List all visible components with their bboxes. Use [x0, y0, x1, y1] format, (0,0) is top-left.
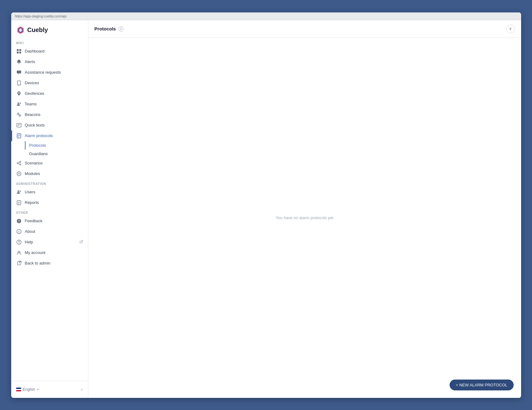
svg-rect-3 — [17, 49, 19, 51]
sidebar-item-modules[interactable]: Modules — [11, 168, 88, 179]
sidebar-item-alerts-label: Alerts — [25, 59, 35, 64]
svg-point-21 — [20, 164, 21, 165]
svg-point-9 — [17, 102, 19, 104]
sidebar-item-beacons-label: Beacons — [25, 112, 41, 117]
chat-icon — [16, 70, 22, 75]
new-alarm-protocol-button[interactable]: + NEW ALARM PROTOCOL — [450, 380, 514, 390]
header-left: Protocols ℹ — [95, 26, 123, 31]
device-icon — [16, 80, 22, 86]
info-icon[interactable]: ℹ — [118, 26, 123, 31]
sidebar-item-users[interactable]: Users — [11, 187, 88, 197]
content-body: You have no alarm protocols yet + NEW AL… — [88, 38, 521, 398]
sidebar-item-dashboard[interactable]: Dashboard — [11, 46, 88, 57]
svg-rect-5 — [17, 52, 19, 53]
sidebar-item-quick-texts[interactable]: Quick texts — [11, 120, 88, 131]
svg-point-8 — [19, 84, 19, 85]
sidebar-item-teams-label: Teams — [25, 102, 37, 106]
sub-nav-protocols-label: Protocols — [29, 143, 46, 148]
flag-icon — [16, 388, 21, 391]
external-link-icon — [79, 240, 83, 244]
back-icon — [16, 260, 22, 266]
language-left: English ▾ — [16, 387, 39, 392]
sidebar: Cuebly WIKI Dashboard — [11, 20, 88, 398]
scenario-icon — [16, 160, 22, 166]
about-icon — [16, 229, 22, 234]
bell-icon — [16, 59, 22, 65]
sidebar-item-feedback[interactable]: Feedback — [11, 216, 88, 226]
logo-icon — [16, 26, 25, 35]
sidebar-item-assistance[interactable]: Assistance requests — [11, 67, 88, 78]
sidebar-item-beacons[interactable]: Beacons — [11, 109, 88, 120]
svg-point-25 — [17, 190, 19, 192]
svg-line-37 — [19, 261, 21, 263]
sidebar-item-reports-label: Reports — [25, 200, 39, 205]
protocol-icon — [16, 133, 22, 139]
sidebar-item-geofences[interactable]: Geofences — [11, 88, 88, 99]
sidebar-item-help[interactable]: Help — [11, 237, 88, 247]
sidebar-item-reports[interactable]: Reports — [11, 197, 88, 208]
sub-nav-guardians-label: Guardians — [29, 151, 48, 156]
sub-nav-alarm-protocols: Protocols Guardians — [25, 141, 88, 158]
sidebar-item-alarm-protocols-label: Alarm protocols — [25, 133, 53, 138]
svg-point-20 — [20, 161, 21, 163]
sidebar-item-back-to-admin-label: Back to admin — [25, 261, 50, 265]
sidebar-item-my-account-label: My account — [25, 250, 45, 255]
sidebar-item-scenarios-label: Scenarios — [25, 161, 43, 165]
svg-rect-12 — [17, 123, 21, 127]
module-icon — [16, 171, 22, 177]
page-title: Protocols — [95, 26, 116, 31]
svg-point-19 — [17, 163, 18, 164]
content-header: Protocols ℹ + — [88, 20, 521, 38]
sidebar-item-help-label: Help — [25, 240, 33, 244]
add-button[interactable]: + — [506, 25, 515, 33]
wiki-section-label: WIKI — [11, 38, 88, 46]
svg-line-22 — [18, 162, 20, 163]
language-label: English — [23, 387, 35, 392]
help-icon — [16, 239, 22, 245]
sidebar-item-scenarios[interactable]: Scenarios — [11, 158, 88, 168]
sidebar-item-about-label: About — [25, 229, 35, 234]
svg-rect-27 — [17, 200, 21, 205]
svg-rect-6 — [19, 52, 21, 53]
sub-nav-item-protocols[interactable]: Protocols — [25, 141, 88, 150]
sidebar-item-back-to-admin[interactable]: Back to admin — [11, 258, 88, 269]
beacon-icon — [16, 112, 22, 117]
sidebar-item-teams[interactable]: Teams — [11, 99, 88, 109]
sidebar-item-quick-texts-label: Quick texts — [25, 123, 45, 127]
grid-icon — [16, 48, 22, 54]
new-protocol-btn-label: + NEW ALARM PROTOCOL — [456, 383, 507, 387]
sidebar-item-devices-label: Devices — [25, 81, 39, 85]
text-icon — [16, 122, 22, 128]
sidebar-item-feedback-label: Feedback — [25, 219, 43, 223]
sidebar-item-my-account[interactable]: My account — [11, 247, 88, 258]
svg-point-35 — [19, 243, 19, 244]
svg-point-10 — [20, 103, 21, 104]
language-selector[interactable]: English ▾ « — [11, 385, 88, 394]
logo-area: Cuebly — [11, 20, 88, 38]
administration-section-label: ADMINISTRATION — [11, 179, 88, 187]
svg-point-33 — [19, 230, 19, 231]
sidebar-item-users-label: Users — [25, 190, 35, 194]
svg-point-11 — [18, 114, 20, 115]
other-section-label: OTHER — [11, 208, 88, 216]
svg-line-23 — [18, 164, 20, 164]
sidebar-item-alerts[interactable]: Alerts — [11, 57, 88, 67]
sidebar-item-modules-label: Modules — [25, 171, 40, 176]
account-icon — [16, 250, 22, 256]
svg-point-26 — [20, 191, 21, 192]
collapse-button[interactable]: « — [81, 387, 83, 392]
main-content: Protocols ℹ + You have no alarm protocol… — [88, 20, 521, 398]
sidebar-item-alarm-protocols[interactable]: Alarm protocols — [11, 131, 88, 141]
sidebar-footer: English ▾ « — [11, 381, 88, 398]
chevron-down-icon: ▾ — [37, 388, 39, 391]
users-icon — [16, 189, 22, 195]
sidebar-item-geofences-label: Geofences — [25, 91, 44, 96]
sidebar-item-dashboard-label: Dashboard — [25, 49, 45, 53]
sidebar-item-devices[interactable]: Devices — [11, 78, 88, 88]
location-icon — [16, 91, 22, 96]
empty-state-message: You have no alarm protocols yet — [276, 215, 333, 220]
url-bar: https://app-staging.cuebly.com/api — [11, 12, 521, 20]
sub-nav-item-guardians[interactable]: Guardians — [25, 150, 88, 158]
feedback-icon — [16, 218, 22, 224]
sidebar-item-about[interactable]: About — [11, 226, 88, 237]
